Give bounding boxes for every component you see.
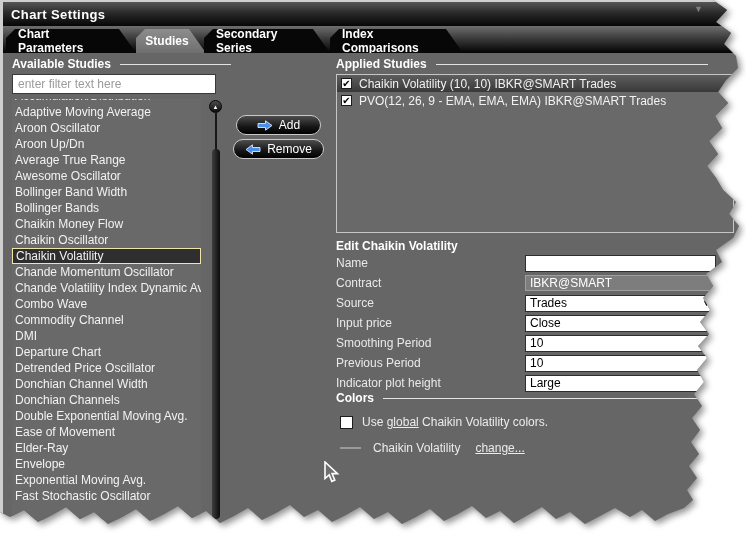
list-item[interactable]: Exponential Moving Avg.: [12, 472, 201, 488]
edit-form: Name Contract IBKR@SMART Source Trades ▼…: [336, 253, 717, 393]
field-label: Source: [336, 296, 525, 310]
list-item[interactable]: Commodity Channel: [12, 312, 201, 328]
form-row-name: Name: [336, 253, 717, 273]
previous-period-field[interactable]: [525, 355, 716, 372]
plot-height-dropdown[interactable]: Large ▼: [525, 375, 716, 392]
chevron-down-icon: ▼: [702, 378, 711, 388]
dropdown-value: Close: [530, 316, 561, 330]
applied-studies-list: ✔ Chaikin Volatility (10, 10) IBKR@SMART…: [336, 74, 734, 233]
list-item[interactable]: Aroon Up/Dn: [12, 136, 201, 152]
checkbox-checked-icon[interactable]: ✔: [341, 95, 352, 106]
list-item[interactable]: Double Exponential Moving Avg.: [12, 408, 201, 424]
field-label: Smoothing Period: [336, 336, 525, 350]
add-button-label: Add: [279, 118, 300, 132]
window-title: Chart Settings: [11, 7, 105, 22]
field-label: Input price: [336, 316, 525, 330]
header-rule: [436, 64, 708, 65]
applied-studies-title: Applied Studies: [336, 57, 427, 71]
list-item[interactable]: Donchian Channel Width: [12, 376, 201, 392]
tab-bar: Chart Parameters Studies Secondary Serie…: [3, 26, 746, 53]
field-label: Contract: [336, 276, 525, 290]
screenshot-stage: Chart Settings ▼ Chart Parameters Studie…: [0, 0, 746, 546]
list-item[interactable]: Chande Volatility Index Dynamic Ave: [12, 280, 201, 296]
tab-index-comparisons[interactable]: Index Comparisons: [330, 29, 463, 53]
list-item[interactable]: Average True Range: [12, 152, 201, 168]
list-item[interactable]: Envelope: [12, 456, 201, 472]
name-field[interactable]: [525, 255, 716, 272]
colors-title: Colors: [336, 391, 374, 405]
remove-button-label: Remove: [267, 142, 312, 156]
use-global-text: Use global Chaikin Volatility colors.: [362, 415, 548, 429]
list-item[interactable]: Chaikin Money Flow: [12, 216, 201, 232]
applied-row-label: Chaikin Volatility (10, 10) IBKR@SMART T…: [359, 77, 616, 91]
form-row-plot-height: Indicator plot height Large ▼: [336, 373, 717, 393]
available-studies-list: Accumulation/Distribution Adaptive Movin…: [12, 99, 201, 520]
list-item-selected[interactable]: Chaikin Volatility: [12, 248, 201, 264]
list-item[interactable]: Donchian Channels: [12, 392, 201, 408]
dropdown-value: Large: [530, 376, 561, 390]
list-item[interactable]: Adaptive Moving Average: [12, 104, 201, 120]
form-row-input-price: Input price Close ▼: [336, 313, 717, 333]
form-row-contract: Contract IBKR@SMART: [336, 273, 717, 293]
form-row-source: Source Trades ▼: [336, 293, 717, 313]
applied-studies-header: Applied Studies: [336, 57, 708, 71]
field-label: Previous Period: [336, 356, 525, 370]
input-price-dropdown[interactable]: Close ▼: [525, 315, 716, 332]
list-item[interactable]: Bollinger Bands: [12, 200, 201, 216]
add-button[interactable]: Add: [236, 115, 321, 135]
scrollbar-thumb[interactable]: [212, 149, 220, 519]
applied-row-selected[interactable]: ✔ Chaikin Volatility (10, 10) IBKR@SMART…: [337, 75, 733, 92]
list-item[interactable]: DMI: [12, 328, 201, 344]
applied-row-label: PVO(12, 26, 9 - EMA, EMA, EMA) IBKR@SMAR…: [359, 94, 666, 108]
window-border-left: [0, 0, 3, 546]
list-item[interactable]: Chaikin Oscillator: [12, 232, 201, 248]
list-scrollbar: ▲: [209, 99, 223, 519]
list-item[interactable]: Combo Wave: [12, 296, 201, 312]
list-item[interactable]: Fast Stochastic Oscillator: [12, 488, 201, 504]
list-item[interactable]: Elder-Ray: [12, 440, 201, 456]
checkbox-unchecked[interactable]: [340, 416, 353, 429]
available-studies-title: Available Studies: [12, 57, 111, 71]
list-item[interactable]: Awesome Oscillator: [12, 168, 201, 184]
chevron-down-icon: ▼: [702, 298, 711, 308]
available-studies-header: Available Studies: [12, 57, 231, 71]
list-item[interactable]: Detrended Price Oscillator: [12, 360, 201, 376]
use-global-prefix: Use: [362, 415, 387, 429]
line-color-swatch: [340, 447, 361, 449]
list-item[interactable]: Chande Momentum Oscillator: [12, 264, 201, 280]
global-link[interactable]: global: [387, 415, 419, 429]
colors-header: Colors: [336, 391, 713, 405]
remove-button[interactable]: Remove: [233, 139, 324, 159]
tab-secondary-series[interactable]: Secondary Series: [204, 29, 330, 53]
scroll-up-icon[interactable]: ▲: [209, 100, 222, 113]
swatch-label: Chaikin Volatility: [373, 441, 460, 455]
contract-field: IBKR@SMART: [525, 275, 716, 291]
list-item[interactable]: Aroon Oscillator: [12, 120, 201, 136]
chart-settings-window: Chart Settings ▼ Chart Parameters Studie…: [0, 0, 746, 546]
field-label: Indicator plot height: [336, 376, 525, 390]
tab-chart-parameters[interactable]: Chart Parameters: [6, 29, 136, 53]
dropdown-value: Trades: [530, 296, 567, 310]
use-global-colors-row: Use global Chaikin Volatility colors.: [340, 415, 548, 429]
header-rule: [383, 398, 713, 399]
edit-section-title: Edit Chaikin Volatility: [336, 239, 458, 253]
form-row-previous-period: Previous Period: [336, 353, 717, 373]
applied-row[interactable]: ✔ PVO(12, 26, 9 - EMA, EMA, EMA) IBKR@SM…: [337, 92, 733, 109]
header-rule: [120, 64, 231, 65]
arrow-right-icon: [257, 120, 273, 131]
field-label: Name: [336, 256, 525, 270]
change-color-link[interactable]: change...: [475, 441, 524, 455]
form-row-smoothing-period: Smoothing Period: [336, 333, 717, 353]
source-dropdown[interactable]: Trades ▼: [525, 295, 716, 312]
titlebar-menu-icon[interactable]: ▼: [694, 4, 703, 14]
list-item[interactable]: Ease of Movement: [12, 424, 201, 440]
list-item[interactable]: Bollinger Band Width: [12, 184, 201, 200]
smoothing-period-field[interactable]: [525, 335, 716, 352]
titlebar: Chart Settings: [3, 2, 746, 26]
checkbox-checked-icon[interactable]: ✔: [341, 78, 352, 89]
list-item[interactable]: Departure Chart: [12, 344, 201, 360]
study-color-row: Chaikin Volatility change...: [340, 441, 525, 455]
filter-input[interactable]: [12, 74, 216, 94]
arrow-left-icon: [245, 144, 261, 155]
tab-studies[interactable]: Studies: [136, 29, 206, 53]
